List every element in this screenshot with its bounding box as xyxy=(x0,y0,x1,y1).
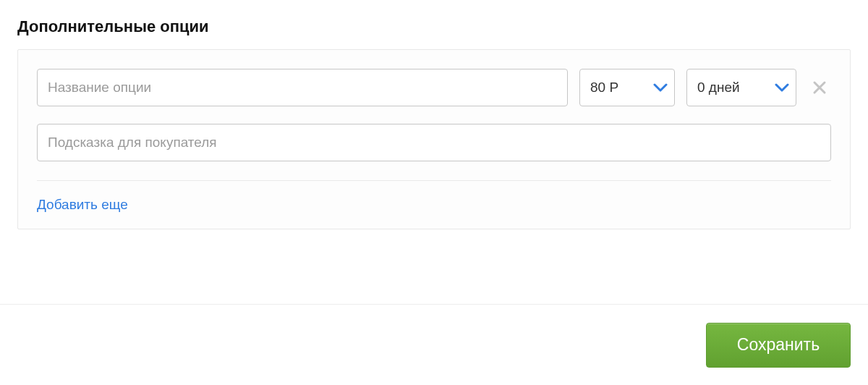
footer-bar: Сохранить xyxy=(0,304,868,385)
duration-select[interactable] xyxy=(686,69,796,106)
add-more-link[interactable]: Добавить еще xyxy=(37,197,128,213)
remove-option-button[interactable] xyxy=(808,76,831,99)
save-button[interactable]: Сохранить xyxy=(706,323,851,368)
price-select-value[interactable] xyxy=(579,69,675,106)
option-name-input[interactable] xyxy=(37,69,568,106)
duration-select-value[interactable] xyxy=(686,69,796,106)
section-title: Дополнительные опции xyxy=(17,17,851,36)
divider xyxy=(37,180,831,181)
option-row xyxy=(37,69,831,106)
hint-row xyxy=(37,124,831,161)
option-hint-input[interactable] xyxy=(37,124,831,161)
close-icon xyxy=(812,80,827,95)
options-card: Добавить еще xyxy=(17,49,851,229)
price-select[interactable] xyxy=(579,69,675,106)
